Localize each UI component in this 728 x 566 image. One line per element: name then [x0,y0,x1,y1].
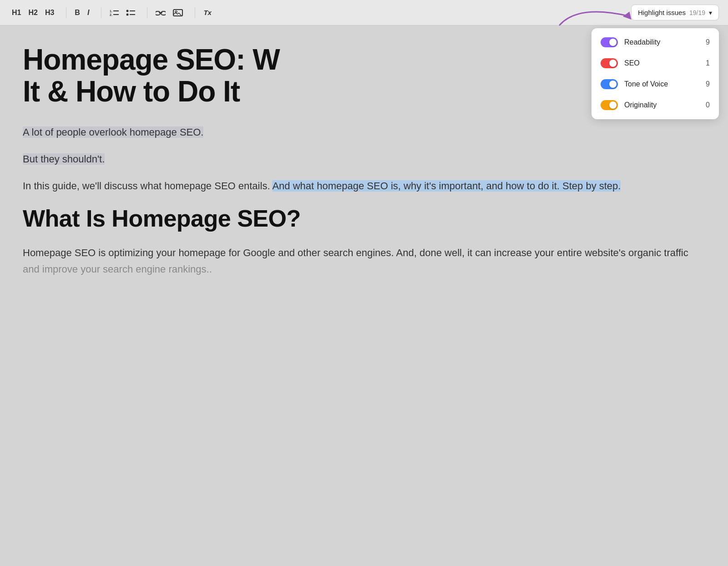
paragraph-3: In this guide, we'll discuss what homepa… [23,178,705,194]
section-body-faded: and improve your search engine rankings.… [23,263,212,275]
dropdown-item-seo[interactable]: SEO 1 [592,53,719,74]
dropdown-item-readability[interactable]: Readability 9 [592,32,719,53]
svg-point-4 [126,10,129,12]
divider-2 [101,7,101,18]
h3-button[interactable]: H3 [42,7,57,19]
list-group: 1. 2. [107,7,138,19]
readability-toggle[interactable] [601,37,618,47]
h1-button[interactable]: H1 [9,7,24,19]
section-title: What Is Homepage SEO? [23,205,705,232]
image-button[interactable] [170,7,186,19]
highlight-count: 19/19 [689,9,705,16]
paragraph-3-before: In this guide, we'll discuss what homepa… [23,180,272,192]
clear-format-button[interactable]: Tx [201,7,214,18]
svg-text:2.: 2. [110,13,112,16]
chevron-down-icon: ▾ [709,9,712,16]
tone-toggle[interactable] [601,79,618,89]
dropdown-item-tone[interactable]: Tone of Voice 9 [592,74,719,95]
section-body: Homepage SEO is optimizing your homepage… [23,245,705,277]
readability-label: Readability [624,38,694,46]
ordered-list-button[interactable]: 1. 2. [107,7,121,19]
seo-toggle[interactable] [601,58,618,68]
tone-label: Tone of Voice [624,80,694,88]
highlight-issues-button[interactable]: Highlight issues 19/19 ▾ [631,5,719,20]
paragraph-2: But they shouldn't. [23,151,705,167]
tone-count: 9 [701,80,710,88]
h2-button[interactable]: H2 [25,7,40,19]
bold-button[interactable]: B [72,7,83,19]
originality-toggle[interactable] [601,100,618,110]
paragraph-1: A lot of people overlook homepage SEO. [23,124,705,140]
divider-4 [195,7,195,18]
editor-wrapper: H1 H2 H3 B I 1. 2. [0,0,728,566]
italic-button[interactable]: I [85,7,92,19]
unordered-list-button[interactable] [123,7,138,19]
seo-label: SEO [624,59,694,67]
readability-count: 9 [701,38,710,46]
dropdown-item-originality[interactable]: Originality 0 [592,95,719,116]
divider-3 [147,7,147,18]
highlighted-text-1: A lot of people overlook homepage SEO. [23,126,203,138]
divider-1 [66,7,66,18]
originality-label: Originality [624,101,694,109]
originality-count: 0 [701,101,710,109]
svg-text:1.: 1. [110,10,112,13]
link-button[interactable] [153,8,168,18]
svg-point-5 [126,13,129,15]
link-image-group [153,7,186,19]
heading-group: H1 H2 H3 [9,7,57,19]
seo-count: 1 [701,59,710,67]
highlight-issues-label: Highlight issues [638,9,686,16]
highlighted-text-2: But they shouldn't. [23,153,105,165]
highlight-dropdown: Readability 9 SEO 1 Tone of Voice 9 Orig… [592,28,719,119]
section-body-text: Homepage SEO is optimizing your homepage… [23,247,688,258]
highlighted-text-3: And what homepage SEO is, why it's impor… [272,180,621,192]
toolbar: H1 H2 H3 B I 1. 2. [0,0,728,25]
format-group: B I [72,7,92,19]
